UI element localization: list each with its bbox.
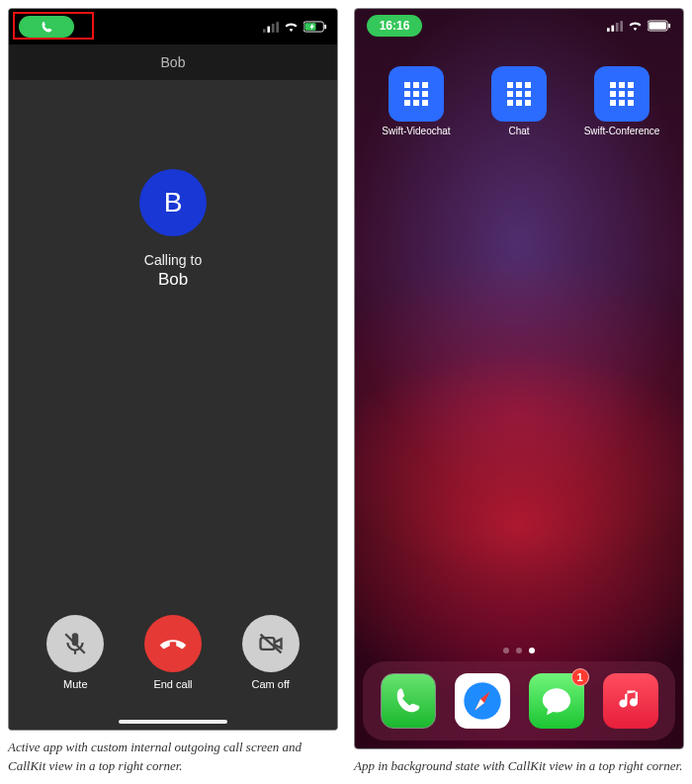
svg-rect-2 xyxy=(272,23,275,32)
battery-charging-icon xyxy=(303,21,327,33)
camera-off-icon-circle xyxy=(242,615,300,672)
callkit-time-pill[interactable]: 16:16 xyxy=(367,15,422,37)
svg-rect-40 xyxy=(628,91,634,97)
callkit-pill[interactable] xyxy=(19,16,74,38)
svg-rect-36 xyxy=(619,82,625,88)
svg-rect-43 xyxy=(628,100,634,106)
calling-status-text: Calling to xyxy=(144,252,202,268)
svg-rect-26 xyxy=(507,82,513,88)
call-header: Bob xyxy=(9,44,337,80)
svg-rect-17 xyxy=(404,82,410,88)
camera-off-label: Cam off xyxy=(251,678,289,690)
svg-rect-38 xyxy=(610,91,616,97)
hangup-icon xyxy=(158,629,188,658)
app-tile-icon xyxy=(389,66,444,122)
dock-app-safari[interactable] xyxy=(455,673,510,729)
page-dots[interactable] xyxy=(355,648,683,653)
mute-icon-circle xyxy=(46,615,104,672)
svg-rect-23 xyxy=(404,100,410,106)
right-caption: App in background state with CallKit vie… xyxy=(354,757,684,776)
svg-rect-1 xyxy=(267,26,270,32)
camera-off-button[interactable]: Cam off xyxy=(242,615,300,690)
dock: 1 xyxy=(363,661,675,740)
svg-rect-22 xyxy=(422,91,428,97)
cellular-signal-icon xyxy=(607,21,623,32)
svg-rect-34 xyxy=(525,100,531,106)
dock-app-phone[interactable] xyxy=(381,673,436,729)
mic-off-icon xyxy=(62,631,88,656)
svg-rect-27 xyxy=(516,82,522,88)
grid-icon xyxy=(401,79,431,109)
right-column: 16:16 Swift-Videochat Chat xyxy=(354,8,684,776)
music-note-icon xyxy=(617,687,645,715)
call-screen-phone: Bob B Calling to Bob Mute End call xyxy=(8,8,338,731)
app-tile-icon xyxy=(491,66,547,122)
messages-icon xyxy=(540,684,573,718)
status-icons-right xyxy=(263,21,327,33)
callee-name: Bob xyxy=(158,270,188,290)
svg-rect-33 xyxy=(516,100,522,106)
end-call-label: End call xyxy=(153,678,192,690)
app-chat[interactable]: Chat xyxy=(478,66,560,136)
svg-rect-37 xyxy=(628,82,634,88)
page-dot-active xyxy=(529,648,535,653)
phone-icon xyxy=(41,21,53,34)
svg-rect-32 xyxy=(507,100,513,106)
svg-rect-30 xyxy=(516,91,522,97)
svg-rect-39 xyxy=(619,91,625,97)
battery-icon xyxy=(648,20,671,32)
badge-count: 1 xyxy=(576,671,582,683)
call-controls: Mute End call Cam off xyxy=(9,615,337,690)
svg-rect-35 xyxy=(610,82,616,88)
app-label: Swift-Conference xyxy=(584,126,660,136)
dock-app-messages[interactable]: 1 xyxy=(529,673,584,729)
svg-rect-3 xyxy=(276,22,279,33)
app-swift-conference[interactable]: Swift-Conference xyxy=(581,66,662,136)
call-header-title: Bob xyxy=(161,54,186,70)
svg-rect-12 xyxy=(616,22,619,31)
left-column: Bob B Calling to Bob Mute End call xyxy=(8,8,338,776)
home-screen-phone: 16:16 Swift-Videochat Chat xyxy=(354,8,684,749)
callee-avatar: B xyxy=(139,169,207,236)
app-row: Swift-Videochat Chat Swift-Conference xyxy=(355,66,683,136)
end-call-button[interactable]: End call xyxy=(144,615,202,690)
svg-rect-41 xyxy=(610,100,616,106)
svg-rect-31 xyxy=(525,91,531,97)
svg-rect-28 xyxy=(525,82,531,88)
svg-rect-10 xyxy=(607,28,610,32)
end-call-icon-circle xyxy=(144,615,202,672)
svg-rect-19 xyxy=(422,82,428,88)
page-dot xyxy=(516,648,522,653)
svg-rect-11 xyxy=(611,25,614,31)
phone-icon xyxy=(393,686,423,716)
mute-label: Mute xyxy=(63,678,87,690)
home-indicator[interactable] xyxy=(119,720,227,724)
messages-badge: 1 xyxy=(571,668,589,686)
svg-rect-16 xyxy=(668,24,670,29)
app-swift-videochat[interactable]: Swift-Videochat xyxy=(376,66,457,136)
wifi-icon xyxy=(628,21,643,32)
camera-off-icon xyxy=(257,630,285,657)
dock-app-music[interactable] xyxy=(603,673,658,729)
svg-rect-20 xyxy=(404,91,410,97)
wifi-icon xyxy=(284,22,299,33)
svg-rect-5 xyxy=(304,23,315,30)
app-label: Chat xyxy=(508,126,529,136)
svg-rect-18 xyxy=(413,82,419,88)
cellular-signal-icon xyxy=(263,22,279,33)
page-dot xyxy=(503,648,509,653)
svg-rect-6 xyxy=(324,25,326,30)
grid-icon xyxy=(607,79,637,109)
mute-button[interactable]: Mute xyxy=(46,615,104,690)
left-caption: Active app with custom internal outgoing… xyxy=(8,739,338,776)
svg-rect-29 xyxy=(507,91,513,97)
status-time: 16:16 xyxy=(380,19,410,33)
app-tile-icon xyxy=(594,66,649,122)
svg-rect-13 xyxy=(620,21,623,32)
svg-rect-25 xyxy=(422,100,428,106)
svg-rect-0 xyxy=(263,29,266,33)
svg-rect-21 xyxy=(413,91,419,97)
grid-icon xyxy=(504,79,534,109)
svg-rect-24 xyxy=(413,100,419,106)
status-icons-right xyxy=(607,20,671,32)
